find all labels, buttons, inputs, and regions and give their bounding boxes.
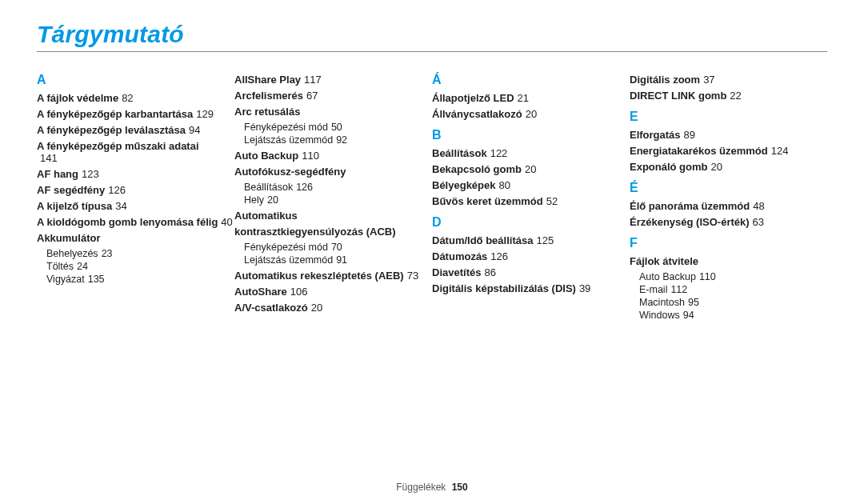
- index-entry[interactable]: Bűvös keret üzemmód52: [432, 195, 630, 207]
- index-subentry[interactable]: E-mail112: [639, 284, 827, 295]
- entry-page: 106: [290, 286, 308, 298]
- subentry-text: Beállítások: [244, 182, 293, 193]
- letter-heading-e-acute: É: [630, 181, 827, 195]
- index-subentry[interactable]: Windows94: [639, 310, 827, 321]
- entry-text: Dátum/Idő beállítása: [432, 234, 533, 246]
- index-subentry[interactable]: Auto Backup110: [639, 271, 827, 282]
- index-entry[interactable]: A/V-csatlakozó20: [234, 302, 432, 314]
- index-columns: A A fájlok védelme82 A fényképezőgép kar…: [37, 65, 827, 322]
- entry-text: Érzékenység (ISO-érték): [630, 216, 750, 228]
- index-entry[interactable]: AF segédfény126: [37, 184, 234, 196]
- index-subentry[interactable]: Fényképezési mód50: [244, 122, 432, 133]
- index-entry[interactable]: Arcfelismerés67: [234, 90, 432, 102]
- entry-page: 125: [536, 234, 554, 246]
- page-footer: Függelékek 150: [0, 482, 864, 493]
- index-entry: Arc retusálás: [234, 106, 432, 118]
- index-subentry[interactable]: Hely20: [244, 194, 432, 206]
- index-entry[interactable]: Energiatakarékos üzemmód124: [630, 145, 827, 157]
- index-entry[interactable]: Beállítások122: [432, 147, 630, 159]
- index-entry[interactable]: A kijelző típusa34: [37, 200, 234, 212]
- index-entry[interactable]: A fényképezőgép leválasztása94: [37, 124, 234, 136]
- entry-page: 40: [221, 216, 232, 228]
- subentry-page: 110: [699, 271, 716, 282]
- entry-page: 20: [525, 163, 536, 175]
- index-entry[interactable]: Elforgatás89: [630, 129, 827, 141]
- entry-text: Automatikus rekeszléptetés (AEB): [234, 270, 404, 282]
- entry-page: 20: [711, 161, 722, 173]
- entry-text: Akkumulátor: [37, 232, 100, 244]
- index-entry[interactable]: Auto Backup110: [234, 150, 432, 162]
- index-column-4: Digitális zoom37 DIRECT LINK gomb22 E El…: [630, 65, 827, 322]
- index-entry[interactable]: Élő panoráma üzemmód48: [630, 200, 827, 212]
- index-page: Tárgymutató A A fájlok védelme82 A fényk…: [0, 0, 864, 504]
- index-subentry[interactable]: Macintosh95: [639, 297, 827, 308]
- entry-text: Állapotjelző LED: [432, 92, 514, 104]
- entry-text: Arc retusálás: [234, 106, 300, 118]
- index-entry[interactable]: Bekapcsoló gomb20: [432, 163, 630, 175]
- index-entry: Autofókusz-segédfény: [234, 166, 432, 178]
- index-entry[interactable]: Diavetítés86: [432, 266, 630, 278]
- index-entry[interactable]: AllShare Play117: [234, 74, 432, 86]
- entry-text: Digitális zoom: [630, 74, 700, 86]
- index-entry: Fájlok átvitele: [630, 255, 827, 267]
- index-entry: Automatikus: [234, 210, 432, 222]
- index-entry[interactable]: Exponáló gomb20: [630, 161, 827, 173]
- entry-text: Automatikus: [234, 210, 298, 222]
- footer-section: Függelékek: [396, 482, 446, 493]
- index-entry[interactable]: A fényképezőgép karbantartása129: [37, 108, 234, 120]
- index-entry[interactable]: Digitális képstabilizálás (DIS)39: [432, 282, 630, 294]
- index-entry[interactable]: AutoShare106: [234, 286, 432, 298]
- index-entry[interactable]: Digitális zoom37: [630, 74, 827, 86]
- index-subentry[interactable]: Vigyázat135: [46, 274, 234, 285]
- index-entry[interactable]: A kioldógomb gomb lenyomása félig40: [37, 216, 234, 228]
- subentry-page: 112: [670, 284, 687, 295]
- index-entry: Akkumulátor: [37, 232, 234, 244]
- index-entry[interactable]: Állapotjelző LED21: [432, 92, 630, 104]
- index-entry[interactable]: Bélyegképek80: [432, 179, 630, 191]
- index-subentry[interactable]: Lejátszás üzemmód92: [244, 134, 432, 146]
- index-column-1: A A fájlok védelme82 A fényképezőgép kar…: [37, 65, 234, 322]
- entry-page: 67: [306, 90, 318, 102]
- subentry-page: 126: [296, 182, 313, 193]
- subentry-text: E-mail: [639, 284, 667, 295]
- entry-text: AllShare Play: [234, 74, 301, 86]
- entry-page: 22: [730, 90, 741, 102]
- index-entry[interactable]: Automatikus rekeszléptetés (AEB)73: [234, 270, 432, 282]
- entry-text: Arcfelismerés: [234, 90, 303, 102]
- letter-heading-a-acute: Á: [432, 73, 630, 87]
- subentry-page: 95: [688, 297, 699, 308]
- subentry-text: Vigyázat: [46, 274, 85, 285]
- index-subentry[interactable]: Behelyezés23: [46, 248, 234, 259]
- subentry-text: Hely: [244, 194, 264, 206]
- entry-text: A kijelző típusa: [37, 200, 112, 212]
- index-entry[interactable]: AF hang123: [37, 168, 234, 180]
- index-entry[interactable]: Dátumozás126: [432, 250, 630, 262]
- entry-page: 63: [753, 216, 764, 228]
- index-entry[interactable]: A fényképezőgép műszaki adatai141: [37, 140, 234, 164]
- index-entry[interactable]: A fájlok védelme82: [37, 92, 234, 104]
- entry-text: A kioldógomb gomb lenyomása félig: [37, 216, 218, 228]
- index-entry[interactable]: Dátum/Idő beállítása125: [432, 234, 630, 246]
- entry-text: Beállítások: [432, 147, 487, 159]
- entry-text: AutoShare: [234, 286, 287, 298]
- entry-text: Diavetítés: [432, 266, 481, 278]
- index-column-2: AllShare Play117 Arcfelismerés67 Arc ret…: [234, 65, 432, 322]
- index-entry[interactable]: DIRECT LINK gomb22: [630, 90, 827, 102]
- subentry-page: 70: [331, 242, 342, 253]
- footer-page-number: 150: [452, 482, 468, 493]
- entry-page: 126: [108, 184, 126, 196]
- entry-page: 37: [703, 74, 714, 86]
- entry-page: 52: [546, 195, 558, 207]
- index-entry[interactable]: Érzékenység (ISO-érték)63: [630, 216, 827, 228]
- index-subentry[interactable]: Lejátszás üzemmód91: [244, 254, 432, 266]
- subentry-text: Behelyezés: [46, 248, 98, 259]
- subentry-page: 94: [683, 310, 694, 321]
- entry-text: Autofókusz-segédfény: [234, 166, 346, 178]
- entry-page: 48: [753, 200, 764, 212]
- entry-page: 80: [499, 179, 510, 191]
- index-subentry[interactable]: Töltés24: [46, 261, 234, 272]
- index-subentry[interactable]: Beállítások126: [244, 182, 432, 193]
- entry-page: 82: [122, 92, 133, 104]
- index-entry[interactable]: Állványcsatlakozó20: [432, 108, 630, 120]
- index-subentry[interactable]: Fényképezési mód70: [244, 242, 432, 253]
